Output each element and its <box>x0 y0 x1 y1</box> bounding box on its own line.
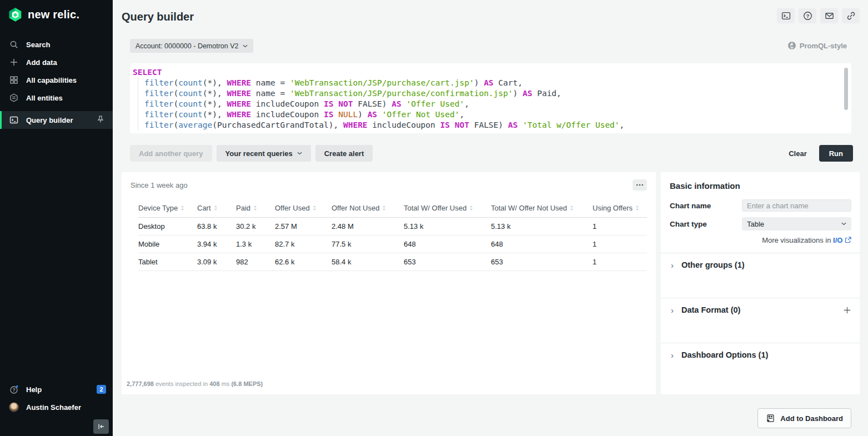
chevron-right-icon: › <box>671 261 674 269</box>
table-row-desktop: Desktop 63.8 k 30.2 k 2.57 M 2.48 M 5.13… <box>138 218 647 235</box>
sidebar-item-help[interactable]: ? Help 2 <box>0 380 113 398</box>
hexagon-list-icon <box>9 93 19 103</box>
sort-icon <box>635 205 639 211</box>
terminal-icon <box>9 115 19 125</box>
run-button[interactable]: Run <box>819 145 853 162</box>
section-label: Dashboard Options (1) <box>681 350 768 359</box>
main-area: Query builder ? Account: 0000000 - Demot… <box>113 0 868 436</box>
column-header-paid[interactable]: Paid <box>236 203 275 218</box>
cell: 2.48 M <box>332 218 404 235</box>
sidebar: new relic. Search Add data All capabilit… <box>0 0 113 436</box>
editor-scrollbar-thumb[interactable] <box>844 68 848 110</box>
column-header-cart[interactable]: Cart <box>197 203 236 218</box>
cell: 63.8 k <box>197 218 236 235</box>
chart-settings-panel: Basic information Chart name Chart type … <box>661 172 860 394</box>
chart-type-value: Table <box>747 220 764 228</box>
new-relic-logo[interactable]: new relic. <box>0 0 113 22</box>
cell: 2.57 M <box>275 218 332 235</box>
panel-title: Basic information <box>670 181 851 191</box>
cell: 30.2 k <box>236 218 275 235</box>
table-row-mobile: Mobile 3.94 k 1.3 k 82.7 k 77.5 k 648 64… <box>138 235 647 253</box>
chevron-down-icon <box>841 222 846 225</box>
more-viz-text: More visualizations in <box>762 236 833 244</box>
prometheus-icon <box>787 41 796 50</box>
sort-icon <box>180 205 184 211</box>
account-picker-label: Account: 0000000 - Demotron V2 <box>136 42 239 50</box>
section-label: Other groups (1) <box>681 260 745 269</box>
copy-link-icon[interactable] <box>842 8 860 23</box>
sort-icon <box>570 205 574 211</box>
pin-icon[interactable] <box>96 115 106 125</box>
sidebar-collapse-button[interactable] <box>93 419 109 434</box>
sidebar-item-add-data[interactable]: Add data <box>0 53 113 71</box>
new-relic-logo-icon <box>8 7 23 22</box>
section-data-format[interactable]: › Data Format (0) <box>670 298 851 320</box>
sidebar-footer: ? Help 2 Austin Schaefer <box>0 380 113 416</box>
account-picker[interactable]: Account: 0000000 - Demotron V2 <box>130 39 253 53</box>
column-header-total-w-offer-used[interactable]: Total W/ Offer Used <box>404 203 491 218</box>
sidebar-item-label: Help <box>26 385 42 394</box>
cell: 5.13 k <box>491 218 593 235</box>
code-line: filter(count(*), WHERE includeCoupon IS … <box>138 99 840 109</box>
recent-queries-button[interactable]: Your recent queries <box>217 145 311 162</box>
column-header-using-offers[interactable]: Using Offers <box>593 203 647 218</box>
help-icon: ? <box>9 384 19 394</box>
chevron-down-icon <box>297 152 302 155</box>
feedback-envelope-icon[interactable] <box>820 8 838 23</box>
more-options-icon[interactable] <box>633 179 647 191</box>
promql-style-label: PromQL-style <box>800 42 847 50</box>
sort-icon <box>313 205 317 211</box>
chart-name-input[interactable] <box>742 199 851 212</box>
query-editor-lines: SELECTfilter(count(*), WHERE name = 'Web… <box>133 67 840 131</box>
add-to-dashboard-label: Add to Dashboard <box>780 414 843 423</box>
sidebar-item-search[interactable]: Search <box>0 36 113 53</box>
query-actions-bar: Add another query Your recent queries Cr… <box>130 145 853 162</box>
sidebar-item-label: Add data <box>26 58 57 67</box>
sort-icon <box>214 205 218 211</box>
cell: 58.4 k <box>332 253 404 271</box>
cell: 653 <box>404 253 491 271</box>
column-header-device-type[interactable]: Device Type <box>138 203 197 218</box>
code-line: filter(count(*), WHERE includeCoupon IS … <box>138 109 840 120</box>
query-editor[interactable]: SELECTfilter(count(*), WHERE name = 'Web… <box>130 63 851 133</box>
section-dashboard-options[interactable]: › Dashboard Options (1) <box>670 343 851 365</box>
results-table-header-row: Device Type Cart Paid Offer Used Offer N… <box>138 203 647 218</box>
cell: 1 <box>593 253 647 271</box>
cell: 3.94 k <box>197 235 236 253</box>
plus-icon <box>9 57 19 67</box>
sidebar-item-all-entities[interactable]: All entities <box>0 89 113 107</box>
promql-style-toggle[interactable]: PromQL-style <box>787 41 847 50</box>
collapse-icon <box>97 423 105 430</box>
recent-queries-label: Your recent queries <box>225 149 293 158</box>
chart-type-select[interactable]: Table <box>742 217 851 230</box>
logo-wordmark: new relic. <box>28 8 79 21</box>
code-line: filter(count(*), WHERE name = 'WebTransa… <box>138 78 840 88</box>
section-other-groups[interactable]: › Other groups (1) <box>670 253 851 275</box>
external-link-icon[interactable] <box>845 237 851 243</box>
sidebar-item-user[interactable]: Austin Schaefer <box>0 398 113 416</box>
chart-type-label: Chart type <box>670 220 742 228</box>
clear-button[interactable]: Clear <box>781 145 815 162</box>
sidebar-item-label: All capabilities <box>26 76 77 84</box>
add-data-format-icon[interactable] <box>843 306 851 314</box>
more-visualizations: More visualizations in I/O <box>670 236 851 244</box>
cell: 3.09 k <box>197 253 236 271</box>
cell: 1 <box>593 218 647 235</box>
chart-name-label: Chart name <box>670 202 742 210</box>
io-link[interactable]: I/O <box>833 236 842 244</box>
header-icon-bar: ? <box>777 8 860 23</box>
column-header-total-w-offer-not-used[interactable]: Total W/ Offer Not Used <box>491 203 593 218</box>
results-card: Since 1 week ago Device Type Cart Paid O… <box>122 172 656 394</box>
query-console-icon[interactable] <box>777 8 795 23</box>
create-alert-button[interactable]: Create alert <box>315 145 373 162</box>
cell: 1 <box>593 235 647 253</box>
add-another-query-button[interactable]: Add another query <box>130 145 212 162</box>
sidebar-item-query-builder[interactable]: Query builder <box>0 111 113 129</box>
help-circle-icon[interactable]: ? <box>799 8 816 23</box>
chevron-right-icon: › <box>671 351 674 359</box>
add-to-dashboard-button[interactable]: Add to Dashboard <box>757 408 851 428</box>
column-header-offer-not-used[interactable]: Offer Not Used <box>332 203 404 218</box>
sidebar-item-all-capabilities[interactable]: All capabilities <box>0 71 113 89</box>
query-stats: 2,777,698 events inspected in 408 ms (6.… <box>127 380 263 387</box>
column-header-offer-used[interactable]: Offer Used <box>275 203 332 218</box>
